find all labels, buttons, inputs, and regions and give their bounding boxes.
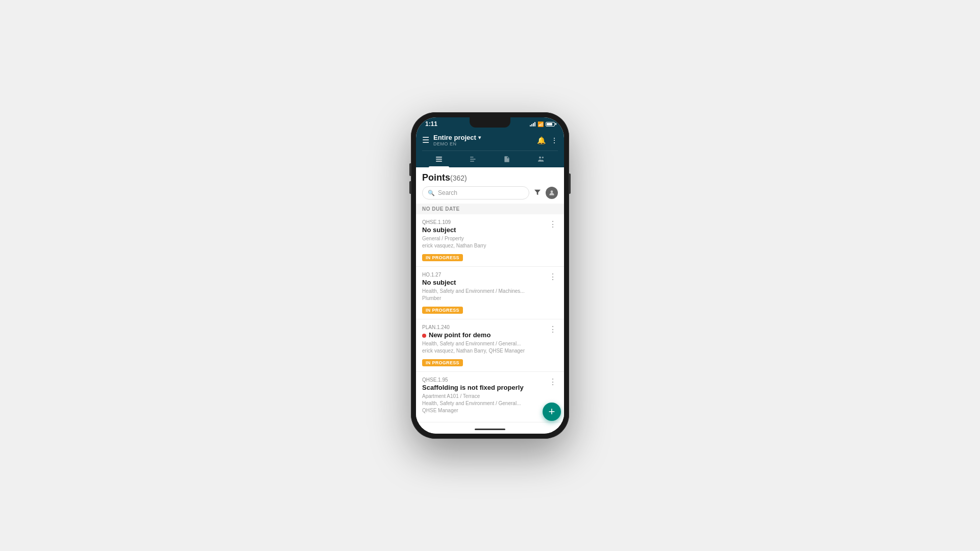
status-time: 1:11 [425,120,437,128]
search-placeholder: Search [438,189,457,196]
project-info: Entire project ▾ DEMO EN [433,134,481,146]
svg-rect-3 [470,157,474,157]
people-tab-icon [537,155,545,163]
card-more-icon[interactable]: ⋮ [548,272,558,282]
point-meta: Health, Safety and Environment / General… [422,340,548,355]
point-id: PLAN.1.240 [422,324,548,330]
table-row: PLAN.1.240 New point for demo Health, Sa… [416,319,564,372]
red-dot-indicator [422,334,426,338]
card-more-icon[interactable]: ⋮ [548,219,558,229]
point-title: Scaffolding is not fixed properly [422,384,524,391]
header-right: 🔔 ⋮ [537,136,558,144]
table-row: HO.1.27 No subject Health, Safety and En… [416,267,564,319]
section-header-no-due-date: NO DUE DATE [416,204,564,214]
home-indicator [475,429,505,430]
status-badge: IN PROGRESS [422,307,463,314]
search-icon: 🔍 [428,190,435,196]
notification-icon[interactable]: 🔔 [537,136,546,144]
svg-rect-5 [470,161,474,161]
fab-plus-icon: + [549,405,555,418]
project-name-label[interactable]: Entire project ▾ [433,134,481,141]
card-more-icon[interactable]: ⋮ [548,377,558,387]
list-tab-icon [435,155,443,163]
volume-up-button [409,163,411,176]
search-container: 🔍 Search [416,186,564,204]
card-more-icon[interactable]: ⋮ [548,324,558,334]
svg-rect-0 [436,157,442,157]
hamburger-icon[interactable]: ☰ [422,135,429,145]
point-title: New point for demo [429,331,491,339]
status-badge: IN PROGRESS [422,254,463,261]
more-options-icon[interactable]: ⋮ [551,136,558,144]
document-tab-icon [503,155,510,163]
gantt-tab-icon [469,155,477,163]
power-button [569,173,571,194]
point-title: No subject [422,226,486,234]
project-dropdown-arrow: ▾ [478,135,481,140]
svg-rect-1 [436,159,442,159]
point-meta: Apartment A101 / TerraceHealth, Safety a… [422,393,524,414]
project-subtitle: DEMO EN [433,141,481,146]
point-id: QHSE.1.95 [422,377,524,383]
home-indicator-bar [416,424,564,434]
tab-list[interactable] [422,151,456,167]
point-title: No subject [422,279,525,286]
point-meta: General / Propertyerick vasquez, Nathan … [422,235,486,249]
status-icons: 📶 [530,121,555,127]
battery-icon [546,122,555,127]
tab-people[interactable] [524,151,558,167]
svg-rect-4 [470,159,476,159]
volume-down-button [409,181,411,194]
status-badge: IN PROGRESS [422,359,463,366]
header-left: ☰ Entire project ▾ DEMO EN [422,134,481,146]
tab-bar [422,151,558,167]
point-id: QHSE.1.109 [422,219,486,225]
point-id: HO.1.27 [422,272,525,278]
add-point-fab[interactable]: + [543,403,561,421]
points-count: (362) [450,174,467,182]
svg-point-8 [551,190,553,193]
signal-icon [530,122,535,127]
tab-gantt[interactable] [456,151,491,167]
filter-icon[interactable] [533,188,542,198]
point-meta: Health, Safety and Environment / Machine… [422,288,525,302]
search-box[interactable]: 🔍 Search [422,186,529,199]
svg-point-6 [539,157,541,159]
points-title: Points [422,172,450,183]
points-header: Points(362) [416,167,564,186]
wifi-icon: 📶 [537,121,544,127]
phone-notch [470,117,510,128]
phone-frame: 1:11 📶 ☰ [411,112,569,439]
svg-rect-2 [436,161,442,161]
tab-document[interactable] [490,151,524,167]
phone-screen: 1:11 📶 ☰ [416,117,564,434]
points-list[interactable]: QHSE.1.109 No subject General / Property… [416,214,564,424]
svg-point-7 [542,157,543,158]
app-header: ☰ Entire project ▾ DEMO EN 🔔 ⋮ [416,130,564,167]
table-row: QHSE.1.109 No subject General / Property… [416,214,564,267]
table-row: QHSE.1.95 Scaffolding is not fixed prope… [416,372,564,422]
avatar-filter-icon[interactable] [546,187,558,199]
main-content: Points(362) 🔍 Search [416,167,564,424]
